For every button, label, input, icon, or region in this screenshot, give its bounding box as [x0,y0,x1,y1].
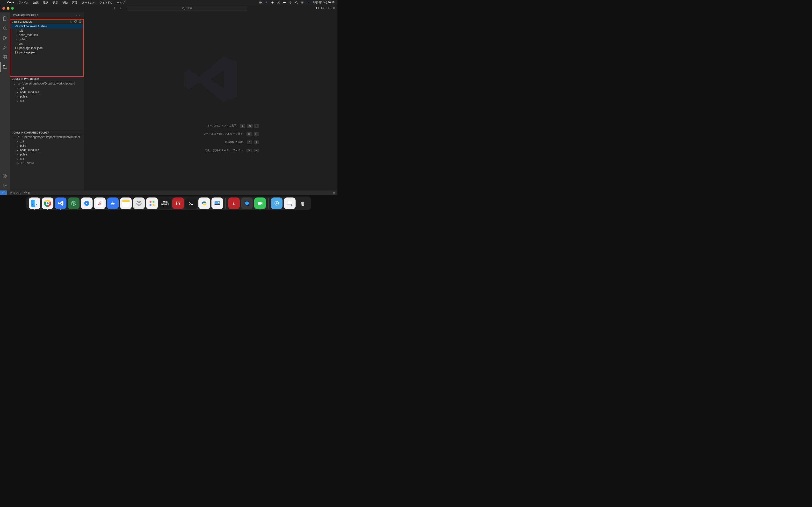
tree-row[interactable]: ›.git [10,86,84,90]
dock-app-filezilla[interactable]: Fz [172,198,184,209]
window-close-icon[interactable] [2,7,5,10]
tree-row[interactable]: ›public [10,95,84,99]
activity-settings[interactable] [0,181,10,190]
input-indicator-icon[interactable]: A [277,1,280,4]
layout-panel-icon[interactable] [321,6,324,10]
swap-folders-icon[interactable] [69,20,72,24]
activity-debug[interactable] [0,43,10,52]
tree-item-label: .DS_Store [20,162,34,165]
dock-app-vscode[interactable] [55,198,66,209]
svg-point-44 [17,163,18,164]
section-only-compared-header[interactable]: ⌄ ONLY IN COMPARED FOLDER [10,130,84,135]
dock-app-chrome[interactable] [42,198,53,209]
chevron-right-icon: › [16,153,19,156]
layout-secondary-sidebar-icon[interactable] [326,6,329,10]
refresh-icon[interactable] [74,20,77,24]
figma-menubar-icon[interactable] [265,1,268,4]
status-ports[interactable]: 0 [24,191,30,194]
menu-help[interactable]: ヘルプ [117,1,125,4]
dock-app-notes[interactable] [120,198,132,209]
spotlight-icon[interactable] [295,1,298,4]
only-my-path-row[interactable]: ⌄ /Users/hogehoge/Dropbox/work/clipboard [10,81,84,86]
tree-row-src[interactable]: ›src [10,42,83,46]
control-center-icon[interactable] [301,1,304,4]
svg-point-46 [26,193,26,193]
tree-row[interactable]: ›.git [10,139,84,144]
activity-extensions[interactable] [0,52,10,62]
dock-app-acrobat[interactable] [228,198,240,209]
activity-compare-folders[interactable] [0,62,10,72]
activity-scm[interactable] [0,33,10,43]
tree-item-label: public [19,38,27,41]
tree-row-dsstore[interactable]: .DS_Store [10,161,84,165]
dock-app-music[interactable] [94,198,106,209]
menubar-datetime[interactable]: 1月18日(木) 20:15 [313,1,335,4]
tree-row[interactable]: ›node_modules [10,148,84,152]
record-icon[interactable] [271,1,274,4]
vscode-watermark-logo [182,50,240,109]
dock-app-epic[interactable]: EPICGAMES [159,198,171,209]
app-name-menu[interactable]: Code [7,1,14,4]
siri-icon[interactable] [307,1,310,4]
click-select-folders-row[interactable]: Click to select folders [10,24,83,29]
tree-row[interactable]: ›node_modules [10,90,84,95]
tree-row[interactable]: ›src [10,99,84,103]
dock-app-settings[interactable] [133,198,145,209]
dock-app-python[interactable] [198,198,210,209]
chevron-down-icon: ⌄ [11,20,14,23]
menu-run[interactable]: 実行 [72,1,77,4]
customize-layout-icon[interactable] [332,6,335,10]
command-center-search[interactable]: 検索 [127,6,247,11]
section-differences-header[interactable]: ⌄ DIFFERENCES [10,19,83,24]
screen-share-icon[interactable] [259,1,262,4]
tree-row-git[interactable]: ›.git [10,29,83,33]
tree-row[interactable]: ›build [10,144,84,148]
svg-point-15 [303,3,303,3]
svg-point-67 [138,202,140,205]
section-only-my-header[interactable]: ⌄ ONLY IN MY FOLDER [10,77,84,81]
dock-app-green[interactable] [68,198,80,209]
window-zoom-icon[interactable] [11,7,14,10]
status-problems[interactable]: 0 0 [10,191,21,194]
window-minimize-icon[interactable] [7,7,9,10]
history-icon[interactable] [79,20,82,24]
tree-row[interactable]: ›public [10,152,84,157]
only-compared-path-row[interactable]: ⌄ /Users/hogehoge/Dropbox/work/interval-… [10,135,84,139]
menu-file[interactable]: ファイル [18,1,29,4]
menu-window[interactable]: ウィンドウ [99,1,113,4]
dock-app-launchpad[interactable] [146,198,158,209]
battery-icon[interactable] [283,1,286,4]
tree-row-public[interactable]: ›public [10,37,83,42]
activity-search[interactable] [0,23,10,33]
layout-primary-sidebar-icon[interactable] [316,6,319,10]
tree-row-package-lock[interactable]: {}package-lock.json [10,46,83,50]
dock-app-terminal[interactable] [185,198,197,209]
status-remote[interactable] [0,190,7,195]
wifi-icon[interactable] [289,1,292,4]
activity-explorer[interactable] [0,14,10,23]
menu-terminal[interactable]: ターミナル [82,1,95,4]
dock-trash[interactable] [297,198,309,209]
tree-row-package-json[interactable]: {}package.json [10,50,83,55]
dock-folder-stack[interactable] [284,198,296,209]
keycap: O [254,132,259,136]
menu-selection[interactable]: 選択 [43,1,48,4]
menu-edit[interactable]: 編集 [33,1,39,4]
panel-more-actions[interactable]: ··· [76,13,81,17]
dock-app-appstore[interactable] [107,198,119,209]
nav-back-icon[interactable] [113,6,116,10]
dock-app-quicktime[interactable] [241,198,253,209]
dock-app-finder[interactable] [29,198,40,209]
nav-forward-icon[interactable] [119,6,122,10]
tree-row[interactable]: ›src [10,157,84,161]
menu-go[interactable]: 移動 [62,1,68,4]
status-notifications[interactable] [333,191,336,194]
dock-app-safari[interactable] [81,198,93,209]
tree-row-node-modules[interactable]: ›node_modules [10,33,83,37]
dock-app-preview[interactable] [211,198,223,209]
activity-accounts[interactable] [0,171,10,181]
dock-app-facetime[interactable] [254,198,266,209]
svg-rect-24 [328,7,329,9]
dock-folder-downloads[interactable] [271,198,283,209]
menu-view[interactable]: 表示 [53,1,58,4]
